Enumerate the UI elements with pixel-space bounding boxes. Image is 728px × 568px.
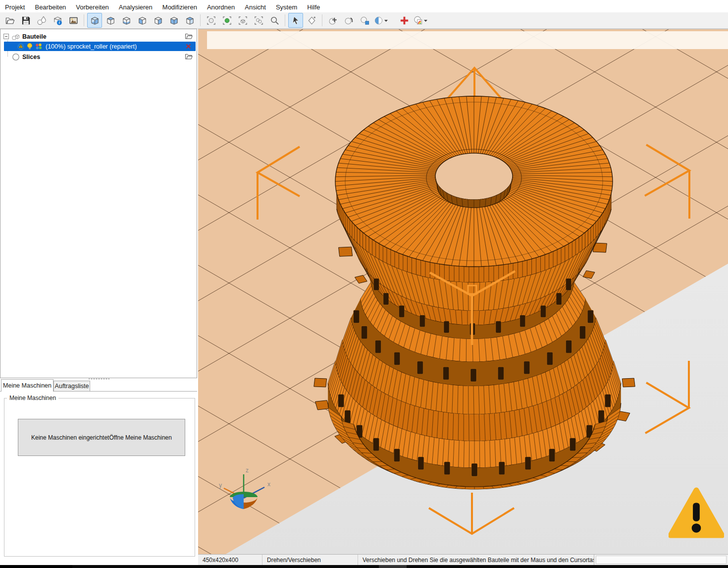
toolbar-separator [84,14,84,26]
tab-auftragsliste[interactable]: Auftragsliste [53,381,90,392]
viewport-3d[interactable]: zyx [198,29,728,554]
fit-all-button[interactable] [204,13,218,28]
axis-label-y: y [219,482,222,489]
view-front-icon [169,15,179,26]
delete-part-icon[interactable] [185,43,192,51]
collapse-icon[interactable] [3,34,9,39]
save-project-button[interactable] [18,13,33,28]
menu-bearbeiten[interactable]: Bearbeiten [30,2,71,12]
rotate-part-tool-icon [344,15,354,26]
view-bottom-button[interactable] [119,13,134,28]
view-top-icon [105,15,116,26]
viewport-top-overlay [207,31,728,49]
zoom-parts-button[interactable] [251,13,266,28]
add-part-button[interactable] [397,13,412,28]
axis-orientation-widget: zyx [213,465,277,520]
machines-group-label: Meine Maschinen [7,395,58,401]
view-right-button[interactable] [151,13,165,28]
menu-anordnen[interactable]: Anordnen [202,2,240,12]
zoom-parts-icon [254,15,264,26]
view-front-button[interactable] [166,13,181,28]
zoom-region-icon [238,15,248,26]
fit-selection-button[interactable] [219,13,234,28]
rotate-part-tool-button[interactable] [341,13,356,28]
new-shape-button[interactable] [34,13,49,28]
viewport-canvas[interactable] [198,29,728,554]
open-project-button[interactable] [2,13,17,28]
toolbar-separator [200,14,201,26]
shapes-icon [11,33,20,41]
taskbar-segment [379,565,407,568]
part-info-button[interactable]: i [50,13,65,28]
zoom-region-button[interactable] [235,13,250,28]
part-color-button[interactable] [413,13,428,28]
view-left-button[interactable] [135,13,150,28]
move-part-tool-button[interactable] [325,13,340,28]
chevron-down-icon[interactable] [384,16,388,25]
view-top-button[interactable] [103,13,118,28]
status-progress-field [596,556,727,564]
menu-hilfe[interactable]: Hilfe [302,2,325,12]
part-info-icon: i [52,15,63,26]
status-hint: Verschieben und Drehen Sie die ausgewähl… [358,555,594,565]
rotate-view-tool-icon [307,15,317,26]
parts-tree: Bauteile (100%) sprocket_roller (reparie… [0,29,197,378]
zoom-button[interactable] [267,13,282,28]
tab-meine-maschinen[interactable]: Meine Maschinen [1,379,53,392]
left-panel: Bauteile (100%) sprocket_roller (reparie… [0,29,198,565]
open-folder-icon[interactable] [185,53,193,61]
open-folder-icon[interactable] [185,33,193,41]
select-tool-icon [291,15,301,26]
slices-icon [12,53,20,61]
zoom-icon [269,15,280,26]
open-my-machines-button[interactable]: Keine Maschinen eingerichtetÖffne Meine … [18,419,185,456]
view-left-icon [137,15,148,26]
new-shape-icon [37,15,47,26]
part-color-icon [413,15,423,26]
view-bottom-icon [121,15,132,26]
menu-vorbereiten[interactable]: Vorbereiten [71,2,114,12]
toolbar-separator [285,14,285,26]
toolbar-separator [322,14,322,26]
taskbar-strip [0,565,728,568]
bottom-tabs: Meine MaschinenAuftragsliste [0,379,197,392]
scale-part-tool-icon [360,15,370,26]
rotate-view-tool-button[interactable] [304,13,319,28]
add-part-icon [399,15,410,26]
statusbar: 450x420x400 Drehen/Verschieben Verschieb… [198,554,728,565]
view-iso-icon [90,15,100,26]
tree-label-slices: Slices [22,54,40,60]
select-tool-button[interactable] [288,13,303,28]
app-window: ProjektBearbeitenVorbereitenAnalysierenM… [0,0,728,568]
scale-part-tool-button[interactable] [357,13,372,28]
repair-warning-icon [17,43,25,51]
menu-modifizieren[interactable]: Modifizieren [157,2,202,12]
chevron-down-icon[interactable] [423,16,428,25]
tree-item-part[interactable]: (100%) sprocket_roller (repariert) [4,42,196,51]
menu-analysieren[interactable]: Analysieren [114,2,157,12]
tree-label-part: (100%) sprocket_roller (repariert) [46,43,137,50]
save-project-icon [21,15,31,26]
screenshot-icon [68,15,79,26]
menu-ansicht[interactable]: Ansicht [240,2,271,12]
fit-selection-icon [222,15,232,26]
view-right-icon [153,15,163,26]
menu-system[interactable]: System [271,2,302,12]
tree-item-bauteile[interactable]: Bauteile [0,32,197,41]
screenshot-button[interactable] [66,13,81,28]
status-mode: Drehen/Verschieben [262,555,358,565]
tree-item-slices[interactable]: Slices [0,52,197,61]
status-build-volume: 450x420x400 [198,555,262,565]
fit-all-icon [206,15,216,26]
lightbulb-icon [26,43,33,50]
view-iso-button[interactable] [87,13,102,28]
axis-label-z: z [246,467,249,474]
axis-label-x: x [267,481,270,488]
view-back-icon [185,15,195,26]
shade-mode-icon [373,15,384,26]
view-back-button[interactable] [182,13,197,28]
menubar: ProjektBearbeitenVorbereitenAnalysierenM… [0,2,728,12]
menu-projekt[interactable]: Projekt [0,2,30,12]
shade-mode-button[interactable] [373,13,389,28]
warning-icon[interactable] [669,486,724,541]
